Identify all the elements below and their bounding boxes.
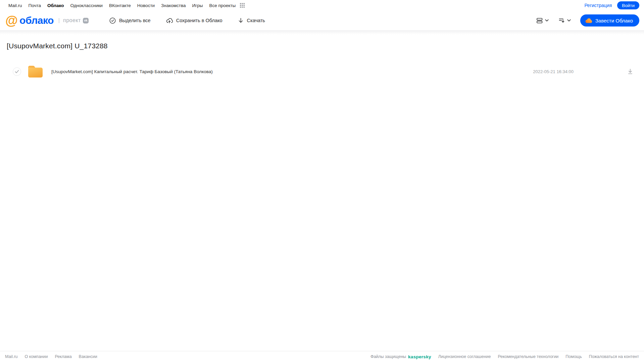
portal-topbar: Mail.ru Почта Облако Одноклассники ВКонт… <box>0 0 644 11</box>
file-list-area: [UsupovMarket.com] U_173288 <box>0 42 644 81</box>
download-button[interactable]: Скачать <box>238 17 265 23</box>
download-label: Скачать <box>247 18 265 23</box>
create-cloud-label: Завести Облако <box>595 18 633 23</box>
sort-icon <box>559 18 565 23</box>
kaspersky-logo[interactable]: kaspersky <box>408 354 431 359</box>
vk-badge-icon: vk <box>83 18 89 23</box>
page-title: [UsupovMarket.com] U_173288 <box>7 42 644 50</box>
kaspersky-protection: Файлы защищены kaspersky <box>370 354 431 359</box>
save-to-cloud-button[interactable]: Сохранить в Облако <box>166 17 222 24</box>
grid-icon[interactable] <box>240 3 245 8</box>
mailru-at-icon: @ <box>5 14 17 27</box>
appbar-right-controls: Завести Облако <box>535 14 639 27</box>
select-all-label: Выделить все <box>119 18 151 23</box>
list-view-icon <box>537 18 543 23</box>
header-shadow <box>0 30 644 35</box>
nav-item-pochta[interactable]: Почта <box>29 3 41 8</box>
nav-item-vkontakte[interactable]: ВКонтакте <box>109 3 131 8</box>
chevron-down-icon <box>567 19 571 22</box>
logo-divider: | <box>58 17 60 23</box>
sort-control[interactable] <box>557 16 573 25</box>
project-label: проект <box>63 17 81 23</box>
footer-link-report[interactable]: Пожаловаться на контент <box>589 354 639 359</box>
nav-item-igry[interactable]: Игры <box>192 3 203 8</box>
registration-link[interactable]: Регистрация <box>584 3 612 8</box>
cloud-appbar: @ облако | проект vk Выделить все <box>0 11 644 30</box>
footer-link-license[interactable]: Лицензионное соглашение <box>438 354 491 359</box>
file-date: 2022-05-21 16:34:00 <box>533 69 574 74</box>
select-all-button[interactable]: Выделить все <box>109 17 151 24</box>
cloud-icon <box>585 18 592 23</box>
nav-item-mailru[interactable]: Mail.ru <box>8 3 22 8</box>
footer-link-ads[interactable]: Реклама <box>55 354 71 359</box>
nav-item-novosti[interactable]: Новости <box>137 3 155 8</box>
file-checkbox[interactable] <box>13 67 21 76</box>
nav-item-znakomstva[interactable]: Знакомства <box>161 3 186 8</box>
save-to-cloud-label: Сохранить в Облако <box>176 18 222 23</box>
folder-icon <box>28 65 43 77</box>
cloud-logo[interactable]: @ облако | проект vk <box>5 14 89 27</box>
check-circle-icon <box>109 17 116 24</box>
footer-right-links: Файлы защищены kaspersky Лицензионное со… <box>370 354 639 359</box>
protected-text: Файлы защищены <box>370 354 406 359</box>
create-cloud-button[interactable]: Завести Облако <box>580 14 639 27</box>
cloud-public-page: Mail.ru Почта Облако Одноклассники ВКонт… <box>0 0 644 362</box>
footer-link-recommendations[interactable]: Рекомендательные технологии <box>498 354 558 359</box>
cloud-upload-icon <box>166 17 173 24</box>
chevron-down-icon <box>545 19 549 22</box>
nav-item-vse-proekty[interactable]: Все проекты <box>209 3 236 8</box>
toolbar-actions: Выделить все Сохранить в Облако Скача <box>109 17 265 24</box>
footer-link-about[interactable]: О компании <box>25 354 48 359</box>
nav-item-odnoklassniki[interactable]: Одноклассники <box>70 3 102 8</box>
file-download-icon[interactable] <box>627 68 633 74</box>
topbar-auth: Регистрация Войти <box>584 1 639 9</box>
footer-left-links: Mail.ru О компании Реклама Вакансии <box>5 354 97 359</box>
download-arrow-icon <box>238 17 244 23</box>
footer-link-help[interactable]: Помощь <box>565 354 582 359</box>
footer-link-jobs[interactable]: Вакансии <box>79 354 97 359</box>
view-mode-control[interactable] <box>535 16 551 25</box>
file-name-link[interactable]: [UsupovMarket.com] Капитальный расчет. Т… <box>51 69 213 74</box>
nav-item-oblako[interactable]: Облако <box>47 3 64 8</box>
file-row[interactable]: [UsupovMarket.com] Капитальный расчет. Т… <box>0 62 644 81</box>
cloud-logo-word: облако <box>19 15 54 26</box>
footer-link-mailru[interactable]: Mail.ru <box>5 354 18 359</box>
portal-nav: Mail.ru Почта Облако Одноклассники ВКонт… <box>8 3 245 8</box>
login-button[interactable]: Войти <box>617 1 639 9</box>
page-footer: Mail.ru О компании Реклама Вакансии Файл… <box>0 351 644 362</box>
